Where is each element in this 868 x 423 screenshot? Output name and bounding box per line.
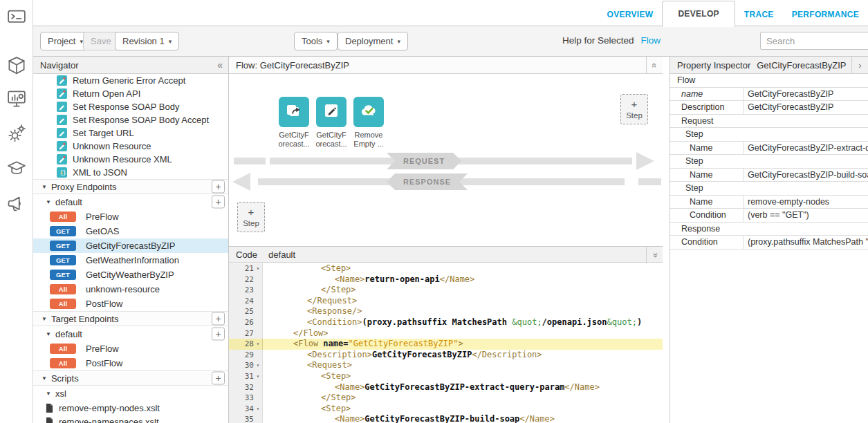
fold-caret-icon[interactable]: ▾ xyxy=(254,371,262,382)
code-line-21[interactable]: 21▾<Step> xyxy=(229,263,663,274)
terminal-icon[interactable] xyxy=(6,7,27,28)
code-text[interactable]: </Step> xyxy=(263,285,663,296)
line-gutter[interactable]: 27 xyxy=(229,328,263,339)
line-gutter[interactable]: 33 xyxy=(229,393,263,404)
gears-icon[interactable] xyxy=(6,123,27,144)
code-text[interactable]: <Name>return-open-api</Name> xyxy=(263,274,663,285)
line-gutter[interactable]: 30▾ xyxy=(229,360,263,371)
code-text[interactable]: <Step> xyxy=(263,404,663,415)
code-text[interactable]: <Description>GetCityForecastByZIP</Descr… xyxy=(263,350,663,361)
graduation-cap-icon[interactable] xyxy=(6,158,27,178)
nav-policy-xml-to-json[interactable]: {}XML to JSON xyxy=(33,166,228,179)
nav-endpoint-getcityforecastbyzip[interactable]: GETGetCityForecastByZIP xyxy=(33,238,228,253)
add-default-button[interactable]: + xyxy=(212,328,225,341)
code-text[interactable]: <Response/> xyxy=(263,306,663,317)
add-scripts-button[interactable]: + xyxy=(212,372,225,385)
property-value[interactable]: GetCityForecastByZIP xyxy=(744,88,868,101)
code-line-33[interactable]: 33</Step> xyxy=(229,393,663,404)
code-line-35[interactable]: 35<Name>GetCityForecastByZIP-build-soap<… xyxy=(229,414,663,423)
expander-triangle-icon[interactable]: ▼ xyxy=(46,199,51,205)
code-line-24[interactable]: 24</Request> xyxy=(229,296,663,307)
code-line-31[interactable]: 31▾<Step> xyxy=(229,371,663,382)
nav-endpoint-getweatherinformation[interactable]: GETGetWeatherInformation xyxy=(33,253,228,267)
nav-endpoint-getcityweatherbyzip[interactable]: GETGetCityWeatherByZIP xyxy=(33,267,228,282)
property-value[interactable]: (proxy.pathsuffix MatchesPath "/c xyxy=(744,236,868,249)
line-gutter[interactable]: 23 xyxy=(229,285,263,296)
flow-step-2[interactable] xyxy=(316,97,347,127)
line-gutter[interactable]: 35 xyxy=(229,414,263,423)
line-gutter[interactable]: 32 xyxy=(229,382,263,393)
nav-policy-return-generic-error-accept[interactable]: Return Generic Error Accept xyxy=(33,74,228,87)
nav-section-target-endpoints[interactable]: ▼Target Endpoints+ xyxy=(33,311,228,326)
code-text[interactable]: </Step> xyxy=(263,393,663,404)
line-gutter[interactable]: 29 xyxy=(229,350,263,361)
expander-triangle-icon[interactable]: ▼ xyxy=(41,184,47,190)
code-line-27[interactable]: 27</Flow> xyxy=(229,328,663,339)
nav-policy-unknown-resource-xml[interactable]: Unknown Resource XML xyxy=(33,153,228,166)
nav-endpoint-preflow[interactable]: AllPreFlow xyxy=(33,341,228,356)
code-line-22[interactable]: 22<Name>return-open-api</Name> xyxy=(229,274,663,285)
code-text[interactable]: <Request> xyxy=(263,360,663,371)
nav-policy-unknown-resource[interactable]: Unknown Resource xyxy=(33,140,228,153)
add-default-button[interactable]: + xyxy=(212,196,225,209)
code-line-23[interactable]: 23</Step> xyxy=(229,285,663,296)
add-step-button[interactable]: + Step xyxy=(620,94,648,124)
help-flow-link[interactable]: Flow xyxy=(640,35,661,46)
line-gutter[interactable]: 24 xyxy=(229,296,263,307)
code-text[interactable]: <Step> xyxy=(263,371,663,382)
line-gutter[interactable]: 22 xyxy=(229,274,263,285)
add-step-button[interactable]: + Step xyxy=(237,202,265,232)
code-text[interactable]: </Flow> xyxy=(263,328,663,339)
expander-triangle-icon[interactable]: ▼ xyxy=(46,331,51,337)
nav-section-proxy-endpoints[interactable]: ▼Proxy Endpoints+ xyxy=(33,179,228,194)
flow-step-1[interactable] xyxy=(279,97,309,127)
nav-policy-set-response-soap-body-accept[interactable]: Set Response SOAP Body Accept xyxy=(33,113,228,126)
code-text[interactable]: </Request> xyxy=(263,296,663,307)
tab-develop[interactable]: DEVELOP xyxy=(662,1,735,27)
nav-group-default[interactable]: ▼default+ xyxy=(33,194,228,209)
property-value[interactable]: GetCityForecastByZIP xyxy=(744,101,868,114)
line-gutter[interactable]: 21▾ xyxy=(229,263,263,274)
search-input[interactable] xyxy=(760,32,868,50)
nav-file-remove-namespaces-xslt[interactable]: remove-namespaces.xslt xyxy=(33,415,228,423)
nav-policy-set-response-soap-body[interactable]: Set Response SOAP Body xyxy=(33,100,228,113)
expander-triangle-icon[interactable]: ▼ xyxy=(41,316,47,322)
nav-endpoint-preflow[interactable]: AllPreFlow xyxy=(33,209,228,224)
code-text[interactable]: <Flow name="GetCityForecastByZIP"> xyxy=(263,339,663,350)
line-gutter[interactable]: 25 xyxy=(229,306,263,317)
code-line-28[interactable]: 28▾<Flow name="GetCityForecastByZIP"> xyxy=(229,339,663,350)
megaphone-icon[interactable] xyxy=(6,194,27,214)
tab-overview[interactable]: OVERVIEW xyxy=(598,2,663,26)
nav-policy-return-open-api[interactable]: Return Open API xyxy=(33,87,228,100)
property-value[interactable]: GetCityForecastByZIP-extract-query-param xyxy=(744,142,868,155)
collapse-panel-icon[interactable]: « xyxy=(217,59,223,70)
code-text[interactable]: <Name>GetCityForecastByZIP-build-soap</N… xyxy=(263,414,663,423)
add-proxy-endpoints-button[interactable]: + xyxy=(212,180,225,194)
code-line-34[interactable]: 34▾<Step> xyxy=(229,404,663,415)
code-line-32[interactable]: 32<Name>GetCityForecastByZIP-extract-que… xyxy=(229,382,663,393)
property-value[interactable]: GetCityForecastByZIP-build-soap xyxy=(744,169,868,182)
fold-caret-icon[interactable]: ▾ xyxy=(254,263,262,274)
line-gutter[interactable]: 28▾ xyxy=(229,339,263,350)
nav-group-default[interactable]: ▼default+ xyxy=(33,326,228,341)
tools-menu-button[interactable]: Tools▾ xyxy=(294,32,338,50)
code-text[interactable]: <Name>GetCityForecastByZIP-extract-query… xyxy=(263,382,663,393)
expander-triangle-icon[interactable]: ▼ xyxy=(41,375,47,382)
collapse-down-icon[interactable]: « xyxy=(646,247,663,263)
property-value[interactable]: remove-empty-nodes xyxy=(744,196,868,209)
tab-performance[interactable]: PERFORMANCE xyxy=(783,2,868,26)
nav-section-scripts[interactable]: ▼Scripts+ xyxy=(33,370,228,386)
code-text[interactable]: <Condition>(proxy.pathsuffix MatchesPath… xyxy=(263,317,663,328)
code-editor[interactable]: 21▾<Step>22<Name>return-open-api</Name>2… xyxy=(229,263,663,423)
code-line-26[interactable]: 26<Condition>(proxy.pathsuffix MatchesPa… xyxy=(229,317,663,328)
deployment-menu-button[interactable]: Deployment▾ xyxy=(338,32,408,50)
nav-group-xsl[interactable]: ▼xsl xyxy=(33,386,228,401)
nav-endpoint-postflow[interactable]: AllPostFlow xyxy=(33,356,228,370)
nav-endpoint-unknown-resource[interactable]: Allunknown-resource xyxy=(33,282,228,297)
nav-policy-set-target-url[interactable]: Set Target URL xyxy=(33,126,228,140)
monitor-stats-icon[interactable] xyxy=(6,88,27,109)
property-value[interactable]: (verb == "GET") xyxy=(744,209,868,222)
code-line-29[interactable]: 29<Description>GetCityForecastByZIP</Des… xyxy=(229,350,663,361)
collapse-up-icon[interactable]: « xyxy=(646,57,663,73)
nav-file-remove-empty-nodes-xslt[interactable]: remove-empty-nodes.xslt xyxy=(33,401,228,415)
